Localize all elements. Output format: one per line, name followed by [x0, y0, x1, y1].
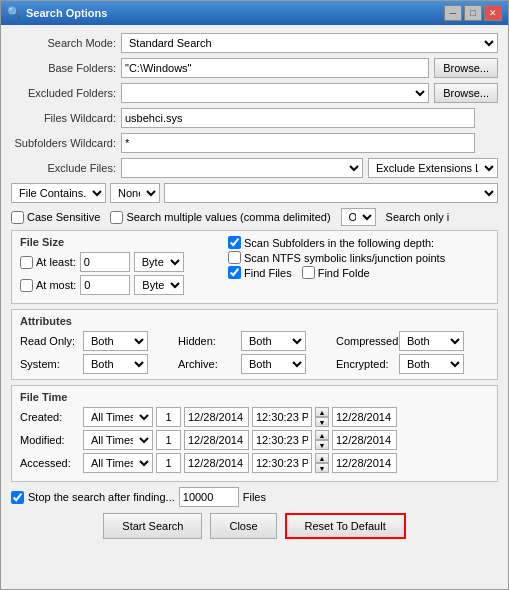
- file-contains-select[interactable]: File Contains...: [11, 183, 106, 203]
- accessed-date2-input[interactable]: [332, 453, 397, 473]
- compressed-label: Compressed:: [336, 335, 396, 347]
- archive-label: Archive:: [178, 358, 238, 370]
- exclude-extensions-select[interactable]: Exclude Extensions List: [368, 158, 498, 178]
- modified-time1-input[interactable]: [252, 430, 312, 450]
- search-mode-row: Search Mode: Standard Search: [11, 33, 498, 53]
- created-num-input[interactable]: [156, 407, 181, 427]
- created-time1-input[interactable]: [252, 407, 312, 427]
- base-folders-browse-button[interactable]: Browse...: [434, 58, 498, 78]
- at-most-input[interactable]: [80, 275, 130, 295]
- subfolders-wildcard-row: Subfolders Wildcard: ▼: [11, 133, 498, 153]
- title-bar: 🔍 Search Options ─ □ ✕: [1, 1, 508, 25]
- exclude-files-row: Exclude Files: Exclude Extensions List: [11, 158, 498, 178]
- created-date1-input[interactable]: [184, 407, 249, 427]
- find-folders-label[interactable]: Find Folde: [302, 266, 370, 279]
- case-sensitive-label: Case Sensitive: [27, 211, 100, 223]
- scan-ntfs-checkbox[interactable]: [228, 251, 241, 264]
- read-only-select[interactable]: BothYesNo: [83, 331, 148, 351]
- modified-row: Modified: All TimesBeforeAfterBetween ▲ …: [20, 430, 489, 450]
- at-most-checkbox[interactable]: [20, 279, 33, 292]
- at-least-unit-select[interactable]: Bytes: [134, 252, 184, 272]
- created-spin-up[interactable]: ▲: [315, 407, 329, 417]
- modified-date2-input[interactable]: [332, 430, 397, 450]
- reset-to-default-button[interactable]: Reset To Default: [285, 513, 406, 539]
- close-window-button[interactable]: ✕: [484, 5, 502, 21]
- search-only-label: Search only i: [386, 211, 450, 223]
- at-most-unit-select[interactable]: Bytes: [134, 275, 184, 295]
- created-spin: ▲ ▼: [315, 407, 329, 427]
- accessed-spin-down[interactable]: ▼: [315, 463, 329, 473]
- window-icon: 🔍: [7, 6, 21, 20]
- search-mode-select[interactable]: Standard Search: [121, 33, 498, 53]
- accessed-time1-input[interactable]: [252, 453, 312, 473]
- none-select[interactable]: None: [110, 183, 160, 203]
- maximize-button[interactable]: □: [464, 5, 482, 21]
- modified-spin-down[interactable]: ▼: [315, 440, 329, 450]
- excluded-folders-label: Excluded Folders:: [11, 87, 116, 99]
- at-least-label[interactable]: At least:: [20, 256, 76, 269]
- stop-search-count-input[interactable]: [179, 487, 239, 507]
- excluded-folders-browse-button[interactable]: Browse...: [434, 83, 498, 103]
- created-spin-down[interactable]: ▼: [315, 417, 329, 427]
- encrypted-select[interactable]: BothYesNo: [399, 354, 464, 374]
- modified-date1-input[interactable]: [184, 430, 249, 450]
- system-select[interactable]: BothYesNo: [83, 354, 148, 374]
- file-contains-row: File Contains... None: [11, 183, 498, 203]
- search-multiple-checkbox-label[interactable]: Search multiple values (comma delimited): [110, 211, 330, 224]
- created-row: Created: All TimesBeforeAfterBetween ▲ ▼: [20, 407, 489, 427]
- files-wildcard-input[interactable]: [121, 108, 475, 128]
- file-size-title: File Size: [20, 236, 220, 248]
- stop-search-checkbox[interactable]: [11, 491, 24, 504]
- scan-ntfs-label[interactable]: Scan NTFS symbolic links/junction points: [228, 251, 445, 264]
- read-only-label: Read Only:: [20, 335, 80, 347]
- at-least-checkbox[interactable]: [20, 256, 33, 269]
- files-wildcard-row: Files Wildcard: ▼: [11, 108, 498, 128]
- value-select[interactable]: [164, 183, 498, 203]
- file-size-scan-section: File Size At least: Bytes: [11, 230, 498, 304]
- accessed-time-select[interactable]: All TimesBeforeAfterBetween: [83, 453, 153, 473]
- case-sensitive-checkbox[interactable]: [11, 211, 24, 224]
- created-date2-input[interactable]: [332, 407, 397, 427]
- find-files-text: Find Files: [244, 267, 292, 279]
- at-least-input[interactable]: [80, 252, 130, 272]
- scan-subfolders-text: Scan Subfolders in the following depth:: [244, 237, 434, 249]
- compressed-select[interactable]: BothYesNo: [399, 331, 464, 351]
- search-mode-label: Search Mode:: [11, 37, 116, 49]
- at-most-label[interactable]: At most:: [20, 279, 76, 292]
- modified-spin-up[interactable]: ▲: [315, 430, 329, 440]
- subfolders-wildcard-input[interactable]: [121, 133, 475, 153]
- search-options-window: 🔍 Search Options ─ □ ✕ Search Mode: Stan…: [0, 0, 509, 590]
- find-files-label[interactable]: Find Files: [228, 266, 292, 279]
- base-folders-input[interactable]: [121, 58, 429, 78]
- or-select[interactable]: Or: [341, 208, 376, 226]
- start-search-button[interactable]: Start Search: [103, 513, 202, 539]
- accessed-date1-input[interactable]: [184, 453, 249, 473]
- search-multiple-checkbox[interactable]: [110, 211, 123, 224]
- exclude-files-select[interactable]: [121, 158, 363, 178]
- scan-subfolders-checkbox[interactable]: [228, 236, 241, 249]
- accessed-num-input[interactable]: [156, 453, 181, 473]
- accessed-label: Accessed:: [20, 457, 80, 469]
- modified-time-select[interactable]: All TimesBeforeAfterBetween: [83, 430, 153, 450]
- find-files-checkbox[interactable]: [228, 266, 241, 279]
- case-sensitive-checkbox-label[interactable]: Case Sensitive: [11, 211, 100, 224]
- minimize-button[interactable]: ─: [444, 5, 462, 21]
- find-folders-checkbox[interactable]: [302, 266, 315, 279]
- at-most-text: At most:: [36, 279, 76, 291]
- find-row: Find Files Find Folde: [228, 266, 445, 279]
- button-row: Start Search Close Reset To Default: [11, 513, 498, 539]
- compressed-attr: Compressed: BothYesNo: [336, 331, 489, 351]
- archive-attr: Archive: BothYesNo: [178, 354, 331, 374]
- close-button[interactable]: Close: [210, 513, 276, 539]
- hidden-label: Hidden:: [178, 335, 238, 347]
- accessed-spin-up[interactable]: ▲: [315, 453, 329, 463]
- scan-ntfs-text: Scan NTFS symbolic links/junction points: [244, 252, 445, 264]
- accessed-row: Accessed: All TimesBeforeAfterBetween ▲ …: [20, 453, 489, 473]
- archive-select[interactable]: BothYesNo: [241, 354, 306, 374]
- created-time-select[interactable]: All TimesBeforeAfterBetween: [83, 407, 153, 427]
- excluded-folders-select[interactable]: [121, 83, 429, 103]
- hidden-select[interactable]: BothYesNo: [241, 331, 306, 351]
- modified-num-input[interactable]: [156, 430, 181, 450]
- scan-subfolders-label[interactable]: Scan Subfolders in the following depth:: [228, 236, 445, 249]
- base-folders-row: Base Folders: Browse...: [11, 58, 498, 78]
